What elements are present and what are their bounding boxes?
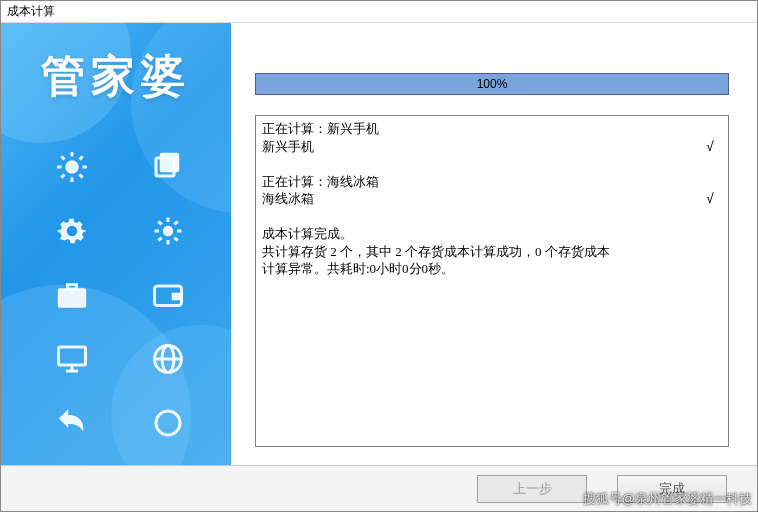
svg-point-22 [156,411,180,435]
main-panel: 100% 正在计算：新兴手机新兴手机√ 正在计算：海线冰箱海线冰箱√ 成本计算完… [231,23,757,465]
gear-icon [48,207,96,255]
log-line [262,155,722,173]
svg-point-11 [164,227,173,236]
app-window: 成本计算 管家婆 [0,0,758,512]
svg-rect-13 [68,285,77,290]
sun-icon [48,143,96,191]
wallet-icon [144,271,192,319]
globe-icon [144,335,192,383]
footer: 上一步 完成 [1,465,757,511]
svg-line-6 [80,175,83,178]
svg-rect-12 [59,289,86,307]
log-line: 海线冰箱√ [262,190,722,208]
circle-icon [144,399,192,447]
content-area: 管家婆 100% [1,23,757,465]
sidebar: 管家婆 [1,23,231,465]
log-line: 成本计算完成。 [262,225,722,243]
log-line: 正在计算：海线冰箱 [262,173,722,191]
monitor-icon [48,335,96,383]
undo-icon [48,399,96,447]
brand-text: 管家婆 [1,47,231,106]
done-button[interactable]: 完成 [617,475,727,503]
svg-rect-15 [173,294,182,300]
bar-chart-icon [48,463,96,465]
svg-line-8 [80,156,83,159]
sidebar-icons [41,143,211,465]
svg-line-5 [61,156,64,159]
progress-bar: 100% [255,73,729,95]
svg-point-0 [66,161,78,173]
log-line: 正在计算：新兴手机 [262,120,722,138]
briefcase-icon [48,271,96,319]
progress-label: 100% [256,74,728,94]
window-title: 成本计算 [1,1,757,23]
svg-rect-9 [161,154,179,172]
log-line [262,208,722,226]
stack-icon [144,143,192,191]
gear-small-icon [144,207,192,255]
log-line: 计算异常。共耗时:0小时0分0秒。 [262,260,722,278]
svg-line-7 [61,175,64,178]
log-line: 共计算存货 2 个，其中 2 个存货成本计算成功，0 个存货成本 [262,243,722,261]
prev-button[interactable]: 上一步 [477,475,587,503]
svg-rect-16 [59,347,86,365]
blank-icon [144,463,192,465]
log-line: 新兴手机√ [262,138,722,156]
log-output: 正在计算：新兴手机新兴手机√ 正在计算：海线冰箱海线冰箱√ 成本计算完成。共计算… [255,115,729,447]
